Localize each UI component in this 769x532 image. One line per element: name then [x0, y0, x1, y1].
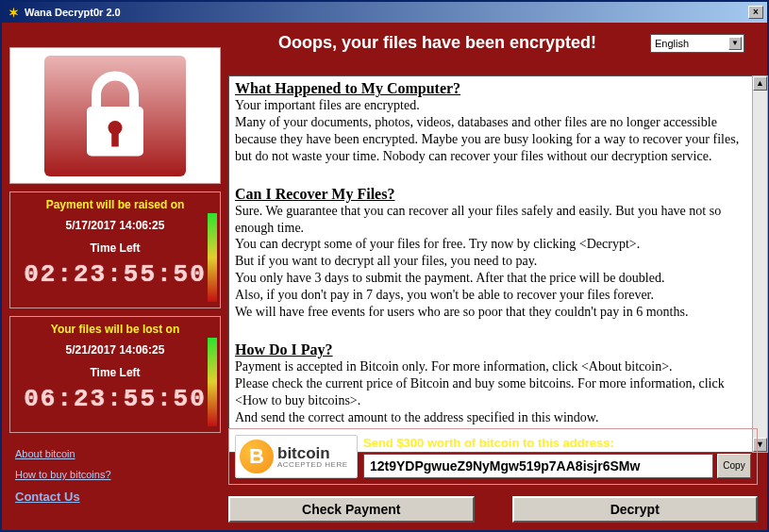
- countdown-lost: Your files will be lost on 5/21/2017 14:…: [9, 316, 221, 433]
- countdown-payment: Payment will be raised on 5/17/2017 14:0…: [9, 191, 221, 308]
- countdown-date: 5/17/2017 14:06:25: [16, 219, 214, 232]
- body-text: Many of your documents, photos, videos, …: [235, 114, 751, 165]
- ransom-note: What Happened to My Computer? Your impor…: [228, 75, 758, 453]
- accepted-here: ACCEPTED HERE: [277, 461, 348, 469]
- decrypt-button[interactable]: Decrypt: [512, 496, 759, 523]
- link-contact-us[interactable]: Contact Us: [15, 490, 221, 504]
- lock-panel: [9, 47, 221, 184]
- body-text: You can decrypt some of your files for f…: [235, 236, 751, 253]
- time-left-label: Time Left: [16, 241, 214, 255]
- language-value: English: [655, 38, 689, 49]
- svg-rect-2: [111, 130, 119, 147]
- link-how-to-buy[interactable]: How to buy bitcoins?: [15, 469, 221, 480]
- language-select[interactable]: English ▼: [650, 34, 744, 53]
- copy-button[interactable]: Copy: [717, 454, 751, 478]
- body-text: Sure. We guarantee that you can recover …: [235, 203, 751, 237]
- countdown-title: Payment will be raised on: [16, 198, 214, 211]
- body-text: You only have 3 days to submit the payme…: [235, 270, 751, 287]
- payment-panel: B bitcoin ACCEPTED HERE Send $300 worth …: [228, 428, 758, 485]
- section-heading: What Happened to My Computer?: [235, 80, 751, 97]
- section-heading: How Do I Pay?: [235, 341, 751, 358]
- links-panel: About bitcoin How to buy bitcoins? Conta…: [9, 448, 221, 504]
- progress-bar: [208, 338, 217, 426]
- body-text: Payment is accepted in Bitcoin only. For…: [235, 358, 751, 375]
- countdown-digits: 02:23:55:50: [16, 260, 214, 289]
- lock-icon: [44, 56, 186, 176]
- scroll-up-icon[interactable]: ▲: [753, 76, 767, 91]
- chevron-down-icon: ▼: [728, 37, 742, 50]
- countdown-date: 5/21/2017 14:06:25: [16, 343, 214, 357]
- countdown-title: Your files will be lost on: [16, 323, 214, 336]
- countdown-digits: 06:23:55:50: [16, 385, 214, 413]
- body-text: We will have free events for users who a…: [235, 304, 751, 321]
- body-text: Your important files are encrypted.: [235, 97, 751, 114]
- scrollbar[interactable]: ▲ ▼: [752, 75, 768, 453]
- bitcoin-address[interactable]: 12t9YDPgwueZ9NyMgw519p7AA8isjr6SMw: [363, 454, 713, 478]
- close-button[interactable]: ×: [748, 6, 763, 19]
- app-window: ✶ Wana Decrypt0r 2.0 × Ooops, your files…: [0, 0, 769, 532]
- progress-bar: [208, 213, 217, 302]
- bitcoin-word: bitcoin: [277, 445, 348, 461]
- window-title: Wana Decrypt0r 2.0: [25, 7, 121, 18]
- bitcoin-icon: B: [240, 440, 274, 474]
- body-text: And send the correct amount to the addre…: [235, 409, 751, 426]
- titlebar: ✶ Wana Decrypt0r 2.0 ×: [2, 2, 767, 23]
- send-label: Send $300 worth of bitcoin to this addre…: [363, 436, 751, 450]
- body-text: Also, if you don't pay in 7 days, you wo…: [235, 287, 751, 304]
- body-text: But if you want to decrypt all your file…: [235, 253, 751, 270]
- check-payment-button[interactable]: Check Payment: [228, 496, 475, 523]
- time-left-label: Time Left: [16, 366, 214, 379]
- link-about-bitcoin[interactable]: About bitcoin: [15, 448, 221, 459]
- body-text: Please check the current price of Bitcoi…: [235, 375, 751, 409]
- bitcoin-badge: B bitcoin ACCEPTED HERE: [235, 435, 358, 478]
- section-heading: Can I Recover My Files?: [235, 186, 751, 203]
- app-icon: ✶: [6, 5, 21, 20]
